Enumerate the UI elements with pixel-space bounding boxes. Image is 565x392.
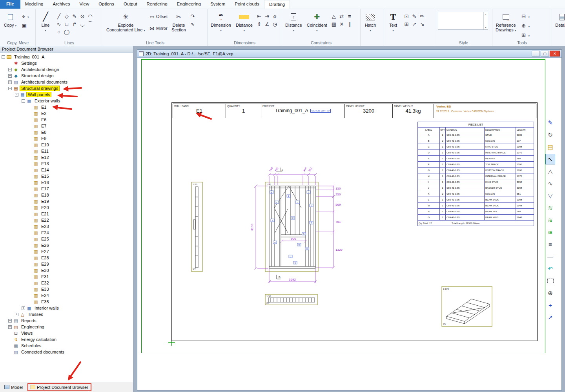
expand-icon[interactable]: + — [15, 313, 18, 316]
tab-project-document-browser[interactable]: Project Document Browser — [28, 384, 91, 390]
tree-item-e25[interactable]: E25 — [0, 236, 133, 242]
export-icon[interactable]: ↗ — [545, 312, 555, 323]
tree-item-e17[interactable]: E17 — [0, 186, 133, 192]
collapse-icon[interactable]: - — [15, 93, 18, 97]
details-button[interactable]: Details — [553, 10, 565, 27]
distance-constraint-button[interactable]: ↕ Distance — [283, 10, 304, 33]
offset-button[interactable]: ▭Offset — [148, 12, 169, 21]
tab-model[interactable]: Model — [2, 384, 25, 390]
tab-engineering[interactable]: Engineering — [172, 0, 206, 9]
tree-item-connected-documents[interactable]: Connected documents — [0, 349, 133, 355]
tab-options[interactable]: Options — [94, 0, 119, 9]
style-gallery[interactable]: ▴▾ — [438, 12, 488, 30]
tree-item-e9[interactable]: E9 — [0, 135, 133, 142]
tree-item-e18[interactable]: E18 — [0, 192, 133, 198]
tree-item-e27[interactable]: E27 — [0, 248, 133, 255]
tab-rendering[interactable]: Rendering — [142, 0, 172, 9]
tool-icon[interactable]: ⌒ — [86, 20, 94, 28]
tree-item-e7[interactable]: E7 — [0, 123, 133, 129]
mirror-button[interactable]: ⋈Mirror — [148, 24, 169, 33]
tool-icon[interactable]: ∿ — [55, 20, 63, 28]
tree-item-trusses[interactable]: +Trusses — [0, 311, 133, 317]
tree-item-e2[interactable]: E2 — [0, 110, 133, 117]
line-button[interactable]: ╱ Line — [37, 10, 54, 33]
zoom-icon[interactable]: ⊕ — [545, 288, 555, 298]
zoom-edit-button[interactable]: ⊕ — [519, 22, 530, 29]
tree-item-engineering[interactable]: +Engineering — [0, 324, 133, 330]
layers-icon-1[interactable]: ≋ — [545, 202, 555, 213]
layers-icon-2[interactable]: ≋ — [545, 215, 555, 225]
measure-icon[interactable]: ▤ — [545, 142, 555, 152]
tree-item-e11[interactable]: E11 — [0, 148, 133, 154]
drawing-canvas[interactable]: WALL PANEL E1 QUANTITY 1 PROJECT Trainin… — [137, 58, 561, 390]
tool-icon[interactable]: ⌀ — [271, 12, 279, 20]
tool-icon[interactable]: ╱ — [55, 12, 63, 20]
text-button[interactable]: T Text — [385, 10, 402, 33]
tool-icon[interactable]: ⊙ — [78, 12, 86, 20]
tool-icon[interactable]: ⇥ — [263, 12, 271, 20]
layers-icon-3[interactable]: ≋ — [545, 227, 555, 237]
tab-output[interactable]: Output — [119, 0, 142, 9]
collapse-icon[interactable]: - — [22, 99, 25, 103]
tree-item-e22[interactable]: E22 — [0, 217, 133, 223]
tree-item-architectural-design[interactable]: +Architectural design — [0, 66, 133, 73]
expand-icon[interactable]: + — [8, 80, 12, 84]
tree-item-e30[interactable]: E30 — [0, 267, 133, 273]
triangle-icon[interactable]: △ — [545, 166, 555, 177]
collapse-icon[interactable]: - — [2, 55, 5, 59]
expand-icon[interactable]: + — [8, 74, 12, 78]
tool-icon[interactable]: ∿ — [189, 20, 197, 28]
tree-item-e16[interactable]: E16 — [0, 179, 133, 186]
tree-item-training-001-a[interactable]: -Training_001_A — [0, 54, 133, 60]
tree-item-interior-walls[interactable]: +Interior walls — [0, 305, 133, 311]
tab-modeling[interactable]: Modeling — [20, 0, 48, 9]
tree-item-e10[interactable]: E10 — [0, 142, 133, 148]
tool-icon[interactable]: □ — [63, 20, 71, 28]
tool-icon[interactable]: ↱ — [71, 20, 78, 28]
copy-button[interactable]: Copy — [2, 10, 19, 28]
tree-item-e8[interactable]: E8 — [0, 129, 133, 135]
close-button[interactable]: ✕ — [550, 51, 560, 57]
tree-item-structural-drawings[interactable]: -Structural drawings — [0, 85, 133, 91]
grid-button[interactable]: ⊞ — [519, 31, 530, 39]
tool-icon[interactable]: ≡ — [346, 12, 354, 20]
tree-item-e35[interactable]: E35 — [0, 299, 133, 305]
orbit-icon[interactable]: ↻ — [545, 129, 555, 140]
reference-drawings-button[interactable]: ReferenceDrawings — [494, 10, 518, 33]
tree-item-e6[interactable]: E6 — [0, 117, 133, 123]
tool-icon[interactable]: ↘ — [418, 20, 426, 28]
tree-item-e32[interactable]: E32 — [0, 280, 133, 286]
tab-drafting[interactable]: Drafting — [264, 0, 290, 9]
tree-item-e13[interactable]: E13 — [0, 160, 133, 167]
tree-item-e1[interactable]: E1 — [0, 104, 133, 110]
tree-item-views[interactable]: Views — [0, 330, 133, 336]
tool-icon[interactable]: ⇕ — [255, 20, 263, 28]
expand-icon[interactable]: + — [8, 319, 12, 323]
tree-item-energy-calculation[interactable]: Energy calculation — [0, 336, 133, 343]
tool-icon[interactable]: ◡ — [78, 20, 86, 28]
tab-view[interactable]: View — [75, 0, 94, 9]
tree-item-e33[interactable]: E33 — [0, 286, 133, 292]
tool-icon[interactable]: ↗ — [410, 20, 418, 28]
tool-icon[interactable]: ✕ — [338, 20, 346, 28]
tree-item-e21[interactable]: E21 — [0, 211, 133, 217]
tree-item-structural-design[interactable]: +Structural design — [0, 73, 133, 79]
tool-icon[interactable]: ✏ — [418, 12, 426, 20]
tool-icon[interactable]: ✎ — [71, 12, 78, 20]
expand-icon[interactable]: + — [8, 325, 12, 329]
style-gallery-spinner[interactable]: ▴▾ — [483, 12, 488, 29]
select-arrow-icon[interactable]: ↖ — [545, 154, 555, 164]
filter-icon[interactable]: ▽ — [545, 190, 555, 201]
line-width-icon[interactable]: — — [545, 251, 555, 262]
restore-button[interactable]: ▢ — [541, 51, 549, 57]
collapse-icon[interactable]: - — [8, 87, 12, 90]
clipboard-button[interactable]: ▣ — [20, 22, 30, 29]
undo-icon[interactable]: ↶ — [545, 263, 555, 274]
tree-item-e23[interactable]: E23 — [0, 223, 133, 230]
minimize-button[interactable]: – — [532, 51, 540, 57]
tree-item-schedules[interactable]: Schedules — [0, 343, 133, 349]
document-window-titlebar[interactable]: 2D: Training_001_A - D:/... /se/SE_E1@A.… — [137, 50, 561, 58]
tree-item-e26[interactable]: E26 — [0, 242, 133, 248]
tree-item-e24[interactable]: E24 — [0, 230, 133, 236]
tree-item-e12[interactable]: E12 — [0, 154, 133, 160]
